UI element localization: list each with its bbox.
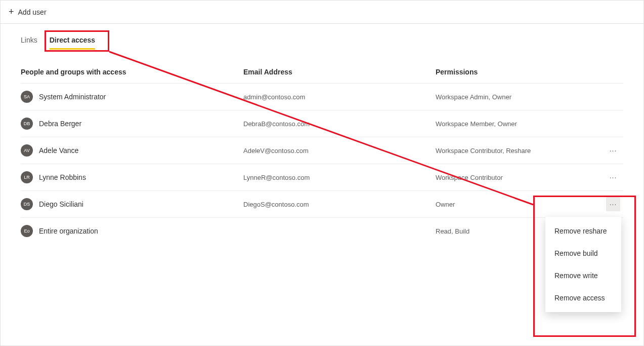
- table-row: LRLynne RobbinsLynneR@contoso.comWorkspa…: [21, 164, 623, 190]
- tabs: Links Direct access: [1, 24, 643, 50]
- user-name: Diego Siciliani: [39, 200, 83, 208]
- avatar: AV: [21, 144, 33, 157]
- content: People and groups with access Email Addr…: [1, 50, 643, 244]
- avatar: DS: [21, 198, 33, 210]
- context-menu-item[interactable]: Remove reshare: [545, 220, 621, 242]
- more-options-icon[interactable]: ···: [606, 170, 620, 184]
- user-name: Debra Berger: [39, 120, 81, 128]
- more-options-icon[interactable]: ···: [606, 143, 620, 158]
- user-email: admin@contoso.com: [243, 93, 305, 101]
- user-name: Entire organization: [39, 227, 98, 235]
- header-permissions: Permissions: [436, 68, 603, 76]
- user-name: System Administrator: [39, 93, 106, 101]
- more-options-icon[interactable]: ···: [606, 197, 620, 211]
- user-name: Lynne Robbins: [39, 173, 86, 181]
- avatar: SA: [21, 91, 33, 103]
- header-people: People and groups with access: [21, 68, 243, 76]
- avatar: LR: [21, 171, 33, 183]
- user-permissions: Workspace Admin, Owner: [436, 93, 511, 101]
- avatar: DB: [21, 118, 33, 130]
- plus-icon: +: [9, 7, 14, 17]
- table-body: SASystem Administratoradmin@contoso.comW…: [21, 83, 623, 244]
- user-email: DebraB@contoso.com: [243, 120, 310, 128]
- table-row: EoEntire organizationRead, Build: [21, 217, 623, 244]
- add-user-button[interactable]: Add user: [18, 8, 47, 16]
- user-permissions: Read, Build: [436, 227, 469, 235]
- header-actions: [603, 68, 623, 76]
- header-email: Email Address: [243, 68, 436, 76]
- table-row: DSDiego SicilianiDiegoS@contoso.comOwner…: [21, 190, 623, 217]
- context-menu-item[interactable]: Remove build: [545, 242, 621, 264]
- toolbar: + Add user: [1, 1, 643, 24]
- user-name: Adele Vance: [39, 146, 78, 155]
- user-permissions: Owner: [436, 201, 455, 208]
- context-menu-item[interactable]: Remove write: [545, 264, 621, 287]
- context-menu-item[interactable]: Remove access: [545, 287, 621, 309]
- context-menu: Remove reshareRemove buildRemove writeRe…: [545, 217, 621, 312]
- user-permissions: Workspace Contributor, Reshare: [436, 147, 531, 155]
- user-permissions: Workspace Member, Owner: [436, 120, 517, 128]
- user-email: AdeleV@contoso.com: [243, 147, 309, 155]
- user-permissions: Workspace Contributor: [436, 174, 503, 181]
- table-row: DBDebra BergerDebraB@contoso.comWorkspac…: [21, 110, 623, 137]
- table-header: People and groups with access Email Addr…: [21, 50, 623, 83]
- user-email: LynneR@contoso.com: [243, 174, 310, 181]
- table-row: AVAdele VanceAdeleV@contoso.comWorkspace…: [21, 137, 623, 164]
- user-email: DiegoS@contoso.com: [243, 201, 309, 208]
- tab-direct-access[interactable]: Direct access: [50, 36, 95, 50]
- table-row: SASystem Administratoradmin@contoso.comW…: [21, 83, 623, 110]
- tab-links[interactable]: Links: [21, 36, 37, 50]
- avatar: Eo: [21, 225, 33, 237]
